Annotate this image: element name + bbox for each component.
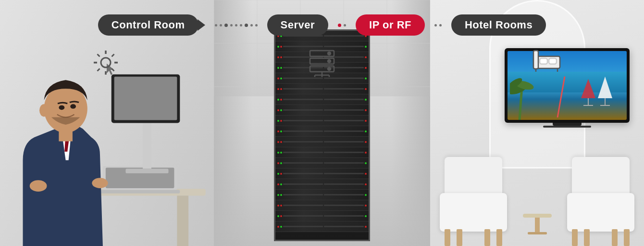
svg-rect-46	[549, 58, 557, 64]
svg-point-13	[70, 104, 76, 109]
ip-or-rf-label: IP or RF	[369, 19, 411, 31]
control-room-pill: Control Room	[98, 14, 198, 36]
dot	[230, 24, 233, 26]
dot	[215, 24, 217, 26]
svg-point-15	[30, 180, 47, 192]
svg-point-12	[59, 105, 64, 110]
svg-line-29	[557, 77, 565, 117]
dot	[439, 24, 442, 26]
ip-or-rf-pill: IP or RF	[356, 14, 425, 36]
svg-point-35	[328, 60, 331, 63]
bed-icon	[531, 46, 562, 78]
main-scene: Control Room Server IP or RF	[0, 0, 644, 246]
nav-dots-3	[425, 24, 451, 26]
svg-point-37	[328, 67, 331, 70]
nav-dots-2	[328, 24, 356, 27]
svg-rect-45	[540, 58, 547, 64]
panel-center	[214, 0, 430, 246]
hotel-rooms-pill: Hotel Rooms	[451, 14, 546, 36]
svg-point-11	[39, 104, 49, 117]
control-room-label: Control Room	[111, 19, 185, 31]
svg-rect-9	[114, 77, 177, 120]
dot	[235, 24, 237, 26]
chair-right	[562, 155, 639, 246]
svg-point-16	[92, 178, 108, 188]
chair-left	[435, 155, 512, 246]
dot	[255, 24, 258, 26]
nav-arrow-1	[198, 19, 205, 31]
dot	[344, 24, 346, 26]
gear-icon	[91, 48, 120, 83]
side-table	[523, 210, 552, 236]
person-figure	[0, 0, 214, 246]
panel-left	[0, 0, 214, 246]
dot	[245, 24, 248, 27]
nav-dots-1	[205, 24, 267, 27]
dot-red	[338, 24, 341, 27]
dot	[224, 24, 228, 27]
dot	[250, 24, 253, 26]
svg-marker-23	[581, 79, 595, 98]
dot	[240, 24, 242, 26]
svg-rect-44	[533, 51, 538, 69]
dot	[220, 24, 222, 26]
svg-marker-26	[598, 77, 612, 98]
svg-rect-5	[94, 190, 180, 194]
server-label: Server	[281, 19, 315, 31]
hotel-rooms-label: Hotel Rooms	[465, 19, 533, 31]
svg-rect-7	[125, 169, 168, 174]
top-navigation: Control Room Server IP or RF	[0, 14, 644, 36]
svg-rect-2	[177, 195, 188, 246]
dot	[434, 24, 437, 26]
svg-rect-14	[59, 129, 73, 141]
server-pill: Server	[267, 14, 329, 36]
server-network-icon	[308, 48, 336, 83]
tv-display	[505, 48, 630, 128]
svg-point-33	[328, 52, 331, 55]
panel-right	[430, 0, 644, 246]
